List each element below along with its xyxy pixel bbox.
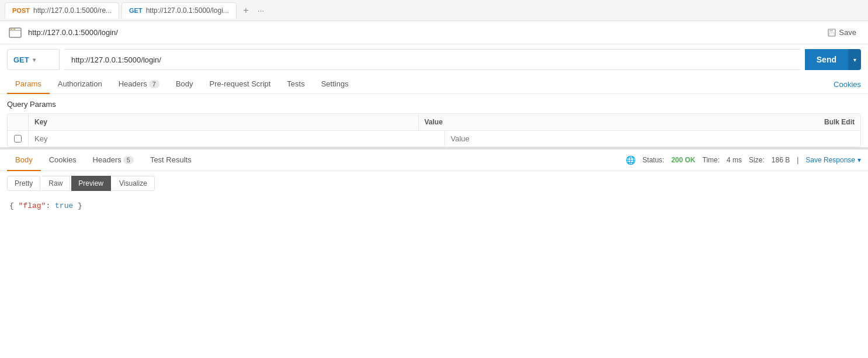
save-label: Save [839, 28, 856, 37]
json-close-brace: } [73, 201, 82, 210]
params-key-input[interactable] [34, 134, 439, 143]
resp-view-visualize[interactable]: Visualize [112, 176, 155, 191]
svg-rect-7 [829, 33, 834, 36]
url-input[interactable] [64, 49, 800, 70]
save-response-chevron-icon: ▾ [857, 156, 861, 164]
resp-tab-body[interactable]: Body [7, 150, 41, 171]
query-params-title: Query Params [7, 100, 861, 109]
tab-get-method: GET [129, 7, 143, 14]
json-value: true [55, 201, 73, 210]
address-bar: http://127.0.0.1:5000/login/ Save [0, 21, 868, 44]
method-select[interactable]: GET ▾ [7, 49, 60, 70]
svg-point-4 [14, 29, 15, 30]
tab-get[interactable]: GET http://127.0.0.1:5000/logi... [121, 2, 237, 19]
response-view-tabs: Pretty Raw Preview Visualize [0, 171, 868, 196]
params-table: Key Value Bulk Edit [7, 113, 861, 147]
tab-tests[interactable]: Tests [279, 75, 313, 94]
params-table-header: Key Value Bulk Edit [8, 114, 860, 131]
params-row-value-cell [445, 131, 861, 147]
method-label: GET [13, 55, 29, 64]
request-icon [7, 26, 23, 39]
params-value-input[interactable] [451, 134, 855, 143]
size-value: 186 B [772, 156, 790, 164]
time-value: 4 ms [727, 156, 742, 164]
tab-authorization[interactable]: Authorization [50, 75, 110, 94]
resp-tab-headers[interactable]: Headers5 [85, 150, 142, 171]
send-dropdown-button[interactable]: ▾ [848, 49, 861, 70]
params-row [8, 131, 860, 147]
url-row: GET ▾ Send ▾ [0, 44, 868, 75]
request-section: GET ▾ Send ▾ Params Authorization Header… [0, 44, 868, 149]
resp-tab-test-results[interactable]: Test Results [142, 150, 200, 171]
send-button-wrap: Send ▾ [805, 49, 861, 70]
bulk-edit-button[interactable]: Bulk Edit [808, 114, 860, 130]
params-header-checkbox-col [8, 114, 29, 130]
resp-view-raw[interactable]: Raw [41, 176, 70, 191]
request-tabs: Params Authorization Headers7 Body Pre-r… [0, 75, 868, 94]
response-status-bar: 🌐 Status: 200 OK Time: 4 ms Size: 186 B … [626, 155, 861, 165]
resp-view-preview[interactable]: Preview [71, 176, 111, 191]
new-tab-button[interactable]: + [239, 4, 253, 18]
send-button[interactable]: Send [805, 49, 848, 70]
response-tabs-bar: Body Cookies Headers5 Test Results 🌐 Sta… [0, 150, 868, 171]
status-label: Status: [643, 156, 664, 164]
params-header-key: Key [29, 114, 419, 130]
size-label: Size: [749, 156, 765, 164]
tab-post[interactable]: POST http://127.0.0.1:5000/re... [5, 2, 119, 19]
tab-params[interactable]: Params [7, 75, 50, 94]
save-response-button[interactable]: Save Response ▾ [805, 156, 861, 164]
divider: | [797, 156, 798, 164]
headers-badge: 7 [149, 80, 159, 88]
resp-view-pretty[interactable]: Pretty [7, 176, 40, 191]
tab-headers[interactable]: Headers7 [110, 75, 168, 94]
globe-icon: 🌐 [626, 155, 636, 165]
save-button[interactable]: Save [823, 26, 861, 39]
params-row-checkbox-input[interactable] [14, 135, 22, 142]
method-chevron-icon: ▾ [33, 57, 36, 63]
response-section: Body Cookies Headers5 Test Results 🌐 Sta… [0, 149, 868, 217]
json-open-brace: { [9, 201, 19, 210]
tab-body[interactable]: Body [168, 75, 202, 94]
resp-tab-cookies[interactable]: Cookies [41, 150, 85, 171]
tab-post-method: POST [12, 7, 30, 14]
resp-headers-badge: 5 [123, 156, 134, 164]
params-header-value: Value [419, 114, 808, 130]
query-params-section: Query Params Key Value Bulk Edit [0, 94, 868, 147]
cookies-link[interactable]: Cookies [834, 75, 861, 93]
tab-post-url: http://127.0.0.1:5000/re... [33, 6, 112, 15]
svg-point-2 [11, 29, 12, 30]
time-label: Time: [703, 156, 720, 164]
response-body: { "flag": true } [0, 196, 868, 217]
status-value: 200 OK [671, 156, 695, 164]
more-tabs-button[interactable]: ··· [255, 6, 267, 15]
browser-tab-bar: POST http://127.0.0.1:5000/re... GET htt… [0, 0, 868, 21]
tab-get-url: http://127.0.0.1:5000/logi... [146, 6, 229, 15]
json-key: "flag" [19, 201, 46, 210]
params-row-key-cell [29, 131, 445, 147]
json-colon: : [46, 201, 55, 210]
params-row-checkbox[interactable] [8, 131, 29, 147]
address-url-text: http://127.0.0.1:5000/login/ [28, 28, 818, 37]
tab-pre-request-script[interactable]: Pre-request Script [202, 75, 279, 94]
tab-settings[interactable]: Settings [313, 75, 357, 94]
svg-rect-6 [829, 29, 833, 32]
svg-point-3 [12, 29, 13, 30]
